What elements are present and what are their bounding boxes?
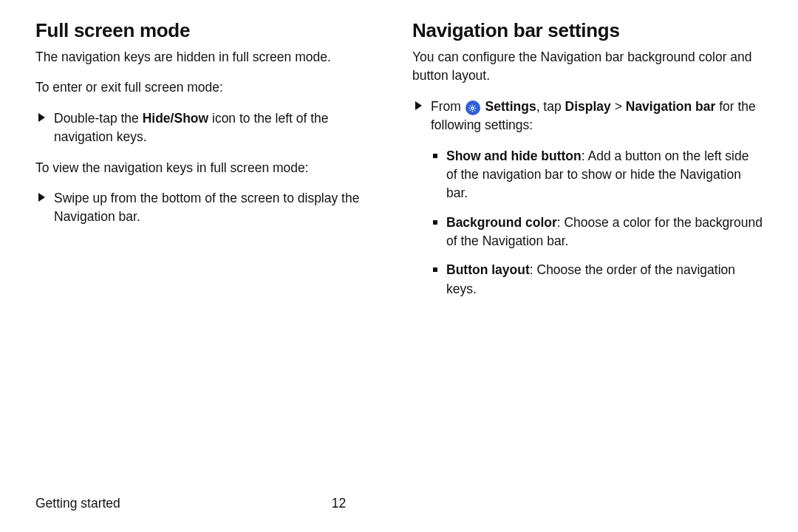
settings-word: Settings: [485, 99, 536, 114]
sub-bold: Show and hide button: [446, 149, 582, 163]
square-bullet-icon: [433, 154, 437, 158]
sub-show-hide-button: Show and hide button: Add a button on th…: [433, 147, 763, 203]
sub-bold: Background color: [446, 215, 557, 230]
page-footer: Getting started 12: [35, 488, 763, 511]
display-word: Display: [565, 99, 611, 114]
chevron-separator: >: [611, 99, 626, 114]
sub-item-text: Button layout: Choose the order of the n…: [446, 261, 763, 299]
sub-item-text: Show and hide button: Add a button on th…: [446, 147, 763, 203]
fsm-step-swipe-up-text: Swipe up from the bottom of the screen t…: [54, 189, 386, 227]
settings-gear-icon: [466, 100, 480, 115]
text-span: From: [431, 99, 465, 114]
two-column-layout: Full screen mode The navigation keys are…: [35, 19, 763, 488]
footer-page-number: 12: [332, 496, 346, 511]
text-span: Double-tap the: [54, 111, 143, 126]
fsm-enter-exit-label: To enter or exit full screen mode:: [35, 78, 386, 97]
square-bullet-icon: [433, 267, 437, 272]
navbar-intro: You can configure the Navigation bar bac…: [412, 48, 763, 86]
fsm-step-list-1: Double-tap the Hide/Show icon to the lef…: [35, 109, 386, 147]
sub-bold: Button layout: [446, 262, 530, 277]
fsm-view-keys-label: To view the navigation keys in full scre…: [35, 159, 386, 177]
fsm-intro: The navigation keys are hidden in full s…: [35, 48, 386, 66]
navigation-bar-word: Navigation bar: [626, 99, 716, 114]
fsm-step-list-2: Swipe up from the bottom of the screen t…: [35, 189, 386, 227]
navbar-settings-sublist: Show and hide button: Add a button on th…: [412, 147, 763, 299]
navbar-from-step: From Settings, tap Display > Navigation …: [412, 98, 763, 135]
hide-show-bold: Hide/Show: [143, 111, 208, 126]
heading-full-screen-mode: Full screen mode: [35, 19, 386, 42]
footer-section-name: Getting started: [35, 496, 120, 511]
svg-point-0: [471, 107, 474, 109]
sub-button-layout: Button layout: Choose the order of the n…: [433, 261, 763, 299]
navbar-from-text: From Settings, tap Display > Navigation …: [431, 98, 763, 135]
fsm-step-double-tap-text: Double-tap the Hide/Show icon to the lef…: [54, 109, 386, 147]
sub-item-text: Background color: Choose a color for the…: [446, 214, 763, 251]
manual-page: Full screen mode The navigation keys are…: [0, 0, 798, 532]
right-column: Navigation bar settings You can configur…: [412, 19, 763, 488]
text-span: , tap: [536, 99, 565, 114]
heading-navbar-settings: Navigation bar settings: [412, 19, 763, 42]
fsm-step-swipe-up: Swipe up from the bottom of the screen t…: [38, 189, 386, 227]
fsm-step-double-tap: Double-tap the Hide/Show icon to the lef…: [38, 109, 386, 147]
triangle-bullet-icon: [415, 101, 422, 110]
left-column: Full screen mode The navigation keys are…: [35, 19, 386, 488]
square-bullet-icon: [433, 220, 437, 225]
navbar-from-item: From Settings, tap Display > Navigation …: [415, 98, 763, 135]
triangle-bullet-icon: [38, 193, 45, 202]
sub-background-color: Background color: Choose a color for the…: [433, 214, 763, 251]
triangle-bullet-icon: [38, 113, 45, 122]
